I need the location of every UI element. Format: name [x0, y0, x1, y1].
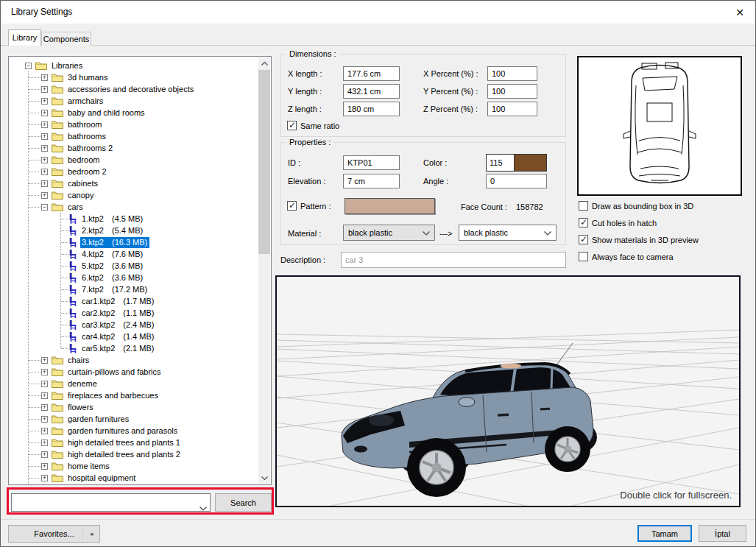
tree-item-label[interactable]: high detailed trees and plants 2 — [66, 449, 183, 460]
tree-item-label[interactable]: high detailed trees and plants 1 — [66, 437, 183, 448]
z-length-field[interactable] — [343, 102, 400, 116]
tree-item-label[interactable]: bathrooms 2 — [66, 143, 115, 154]
expand-icon[interactable]: + — [41, 475, 48, 481]
description-field[interactable] — [341, 252, 566, 268]
tab-library[interactable]: Library — [8, 29, 41, 46]
tree-item-label[interactable]: hospital equipment — [66, 473, 138, 484]
tree-item-file[interactable]: 2.ktp2(5.4 MB) — [9, 225, 258, 236]
tree-item-file[interactable]: 6.ktp2(3.6 MB) — [9, 272, 258, 283]
tree-item-label[interactable]: curtain-pillows and fabrics — [66, 367, 163, 378]
expand-icon[interactable]: + — [41, 428, 48, 434]
material-to-dropdown[interactable]: black plastic — [459, 225, 557, 241]
tree-item-label[interactable]: home items — [66, 461, 112, 472]
tree-item-folder[interactable]: +bedroom 2 — [9, 166, 258, 177]
tree-item-label[interactable]: Libraries — [50, 60, 85, 71]
tree-item-file[interactable]: 1.ktp2(4.5 MB) — [9, 213, 258, 225]
tree-item-folder[interactable]: −cars — [9, 201, 258, 213]
tree-item-label[interactable]: indoor and outdoor sport equipment — [66, 484, 198, 485]
tree-item-label[interactable]: 2.ktp2(5.4 MB) — [80, 225, 145, 236]
tree-item-folder[interactable]: +hospital equipment — [9, 472, 258, 484]
expand-icon[interactable]: + — [41, 451, 48, 458]
z-percent-field[interactable] — [487, 102, 537, 116]
tree-item-file[interactable]: car3.ktp2(2.4 MB) — [9, 319, 258, 331]
tree-item-label[interactable]: fireplaces and barbecues — [66, 390, 160, 401]
tree-item-folder[interactable]: +home items — [9, 460, 258, 472]
expand-icon[interactable]: + — [41, 98, 48, 105]
expand-icon[interactable]: + — [41, 180, 48, 187]
tree-item-folder[interactable]: −Libraries — [9, 60, 258, 71]
expand-icon[interactable]: + — [41, 404, 48, 411]
tree-item-folder[interactable]: +fireplaces and barbecues — [9, 389, 258, 401]
y-length-field[interactable] — [343, 84, 400, 99]
tree-item-label[interactable]: chairs — [66, 355, 91, 366]
tree-item-folder[interactable]: +flowers — [9, 401, 258, 413]
collapse-icon[interactable]: − — [25, 63, 32, 69]
expand-icon[interactable]: + — [41, 74, 48, 81]
ok-button[interactable]: Tamam — [637, 525, 692, 542]
tree-item-label[interactable]: bedroom — [66, 155, 102, 166]
plan-view-preview[interactable] — [577, 56, 742, 196]
tree-item-file[interactable]: car2.ktp2(1.1 MB) — [9, 307, 258, 319]
tree-item-folder[interactable]: +high detailed trees and plants 2 — [9, 448, 258, 460]
tree-item-label[interactable]: canopy — [66, 190, 96, 201]
tree-item-label[interactable]: car4.ktp2(1.4 MB) — [80, 331, 156, 342]
expand-icon[interactable]: + — [41, 145, 48, 152]
tree-item-label[interactable]: car5.ktp2(2.1 MB) — [80, 343, 156, 354]
expand-icon[interactable]: + — [41, 192, 48, 199]
expand-icon[interactable]: + — [41, 169, 48, 175]
expand-icon[interactable]: + — [41, 416, 48, 423]
expand-icon[interactable]: + — [41, 121, 48, 128]
tree-item-label[interactable]: cabinets — [66, 178, 100, 189]
tree-item-label[interactable]: car2.ktp2(1.1 MB) — [80, 308, 156, 319]
favorites-button[interactable]: Favorites... ▸ — [8, 525, 100, 543]
tree-item-label[interactable]: bathrooms — [66, 131, 108, 142]
tab-components[interactable]: Components — [41, 32, 91, 46]
close-icon[interactable]: ✕ — [733, 6, 746, 19]
y-percent-field[interactable] — [487, 84, 537, 99]
tree-item-file[interactable]: 4.ktp2(7.6 MB) — [9, 248, 258, 260]
expand-icon[interactable]: + — [41, 440, 48, 446]
tree-item-selected[interactable]: 3.ktp2(16.3 MB) — [80, 237, 149, 248]
option-checkbox[interactable] — [579, 252, 588, 261]
search-button[interactable]: Search — [215, 493, 272, 512]
tree-item-label[interactable]: garden furnitures and parasols — [66, 426, 180, 437]
pattern-checkbox[interactable] — [287, 201, 297, 211]
tree-item-label[interactable]: 1.ktp2(4.5 MB) — [80, 213, 145, 225]
tree-item-label[interactable]: 5.ktp2(3.6 MB) — [80, 261, 145, 272]
tree-item-folder[interactable]: +baby and child rooms — [9, 107, 258, 119]
cancel-button[interactable]: İptal — [699, 525, 746, 542]
tree-item-folder[interactable]: +chairs — [9, 354, 258, 366]
tree-item-label[interactable]: deneme — [66, 378, 99, 389]
tree-item-file[interactable]: 3.ktp2(16.3 MB) — [9, 236, 258, 248]
tree-item-label[interactable]: 6.ktp2(3.6 MB) — [80, 272, 145, 283]
expand-icon[interactable]: + — [41, 381, 48, 387]
option-checkbox[interactable] — [579, 235, 588, 244]
expand-icon[interactable]: + — [41, 369, 48, 375]
option-checkbox[interactable] — [579, 218, 588, 227]
tree-scrollbar[interactable] — [258, 57, 270, 484]
expand-icon[interactable]: + — [41, 463, 48, 470]
tree-item-label[interactable]: bedroom 2 — [66, 166, 109, 177]
tree-item-folder[interactable]: +canopy — [9, 189, 258, 201]
scrollbar-thumb[interactable] — [258, 70, 270, 254]
tree-item-label[interactable]: flowers — [66, 402, 96, 413]
expand-icon[interactable]: + — [41, 357, 48, 364]
pattern-swatch-button[interactable] — [345, 198, 435, 214]
material-from-dropdown[interactable]: black plastic — [343, 225, 435, 241]
tree-item-label[interactable]: bathroom — [66, 119, 104, 130]
preview-3d[interactable]: Double click for fullscreen. — [275, 275, 741, 507]
tree-item-label[interactable]: baby and child rooms — [66, 107, 147, 119]
tree-item-label[interactable]: 3d humans — [66, 72, 110, 83]
tree-item-folder[interactable]: +curtain-pillows and fabrics — [9, 366, 258, 378]
tree-item-label[interactable]: accessories and decorative objects — [66, 84, 196, 95]
tree-item-label[interactable]: cars — [66, 202, 85, 213]
chevron-down-icon[interactable] — [199, 501, 207, 514]
tree-item-label[interactable]: garden furnitures — [66, 414, 131, 425]
tree-item-label[interactable]: 7.ktp2(17.2 MB) — [80, 284, 149, 295]
angle-field[interactable] — [486, 174, 547, 188]
expand-icon[interactable]: + — [41, 110, 48, 116]
x-length-field[interactable] — [343, 66, 400, 81]
tree-item-folder[interactable]: +bedroom — [9, 154, 258, 166]
tree-item-label[interactable]: car3.ktp2(2.4 MB) — [80, 320, 156, 331]
option-checkbox[interactable] — [579, 201, 588, 211]
